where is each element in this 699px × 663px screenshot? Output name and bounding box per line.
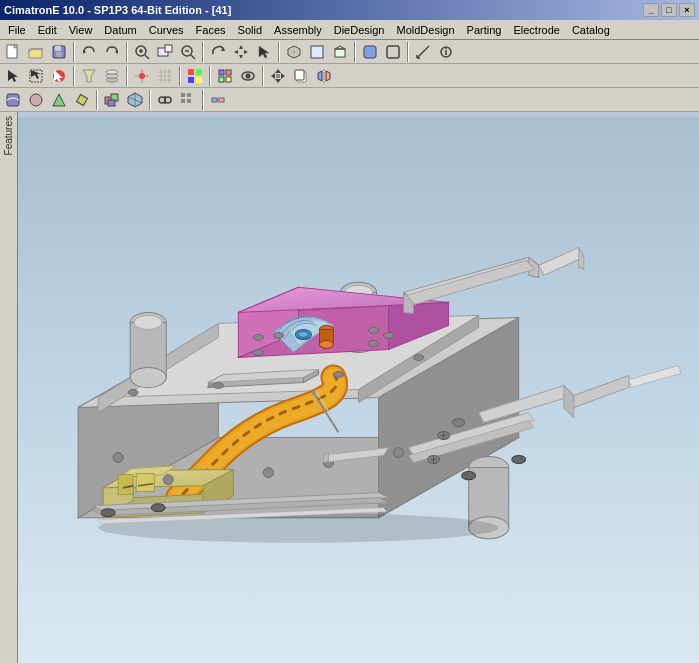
svg-marker-63 [275,79,281,83]
svg-point-156 [311,391,315,395]
color-picker[interactable] [184,65,206,87]
svg-point-36 [445,47,447,49]
select-by-color[interactable] [48,65,70,87]
features-panel[interactable]: Features [0,112,18,663]
wireframe-view[interactable] [382,41,404,63]
sep7 [73,66,75,86]
open-button[interactable] [25,41,47,63]
maximize-button[interactable]: □ [661,3,677,17]
svg-point-136 [333,371,343,377]
svg-rect-54 [188,77,194,83]
hide-show[interactable] [237,65,259,87]
layer-button[interactable] [101,65,123,87]
svg-rect-13 [165,45,172,52]
svg-marker-65 [281,73,285,79]
svg-marker-64 [271,73,275,79]
assembly-icon1[interactable] [101,89,123,111]
measure-button[interactable] [412,41,434,63]
copy-button[interactable] [290,65,312,87]
view-render3[interactable] [48,89,70,111]
svg-rect-29 [364,46,376,58]
shaded-view[interactable] [359,41,381,63]
properties-button[interactable] [435,41,457,63]
svg-rect-55 [196,77,202,83]
point-snap[interactable] [131,65,153,87]
viewport[interactable] [18,112,699,663]
minimize-button[interactable]: _ [643,3,659,17]
rotate-button[interactable] [207,41,229,63]
svg-point-101 [130,367,166,387]
svg-rect-30 [387,46,399,58]
snap-to-grid[interactable] [154,65,176,87]
new-button[interactable] [2,41,24,63]
view-render2[interactable] [25,89,47,111]
sep9 [179,66,181,86]
select-all[interactable] [2,65,24,87]
svg-point-138 [113,453,123,463]
view-render4[interactable] [71,89,93,111]
zoom-out[interactable] [177,41,199,63]
svg-rect-27 [335,49,345,57]
menu-edit[interactable]: Edit [32,22,63,38]
menu-electrode[interactable]: Electrode [507,22,565,38]
sep5 [354,42,356,62]
menu-catalog[interactable]: Catalog [566,22,616,38]
title-bar-controls: _ □ × [643,3,695,17]
svg-point-139 [163,475,173,485]
svg-rect-5 [56,52,62,57]
view-front[interactable] [306,41,328,63]
title-bar: CimatronE 10.0 - SP1P3 64-Bit Edition - … [0,0,699,20]
svg-point-174 [273,332,283,338]
assembly-icon2[interactable] [124,89,146,111]
pan-button[interactable] [230,41,252,63]
pattern-icon[interactable] [177,89,199,111]
menu-view[interactable]: View [63,22,99,38]
redo-button[interactable] [101,41,123,63]
constraint-icon[interactable] [154,89,176,111]
svg-point-163 [462,472,476,480]
svg-rect-72 [7,94,19,106]
svg-point-162 [151,504,165,512]
svg-point-161 [101,509,115,517]
select-button[interactable] [253,41,275,63]
svg-rect-53 [196,69,202,75]
sep2 [126,42,128,62]
svg-rect-59 [226,77,231,82]
zoom-in[interactable] [154,41,176,63]
explode-icon[interactable] [207,89,229,111]
menu-diedesign[interactable]: DieDesign [328,22,391,38]
sep11 [262,66,264,86]
filter-icon[interactable] [78,65,100,87]
view-render1[interactable] [2,89,24,111]
svg-point-175 [253,349,263,355]
menu-faces[interactable]: Faces [190,22,232,38]
toolbar-row1 [0,40,699,64]
svg-marker-62 [275,69,281,73]
svg-marker-18 [239,45,243,49]
close-button[interactable]: × [679,3,695,17]
menu-curves[interactable]: Curves [143,22,190,38]
menu-bar: File Edit View Datum Curves Faces Solid … [0,20,699,40]
view-iso[interactable] [283,41,305,63]
model-svg [18,112,699,663]
component-toggle[interactable] [214,65,236,87]
mirror-button[interactable] [313,65,335,87]
save-button[interactable] [48,41,70,63]
svg-rect-133 [136,474,154,492]
select-box[interactable] [25,65,47,87]
svg-rect-56 [219,70,224,75]
features-label[interactable]: Features [3,116,14,155]
menu-file[interactable]: File [2,22,32,38]
svg-point-153 [319,340,333,348]
zoom-fit[interactable] [131,41,153,63]
svg-rect-84 [181,93,185,97]
menu-parting[interactable]: Parting [461,22,508,38]
menu-datum[interactable]: Datum [98,22,142,38]
undo-button[interactable] [78,41,100,63]
move-button[interactable] [267,65,289,87]
menu-solid[interactable]: Solid [232,22,268,38]
menu-molddesign[interactable]: MoldDesign [390,22,460,38]
svg-rect-58 [219,77,224,82]
menu-assembly[interactable]: Assembly [268,22,328,38]
view-top[interactable] [329,41,351,63]
